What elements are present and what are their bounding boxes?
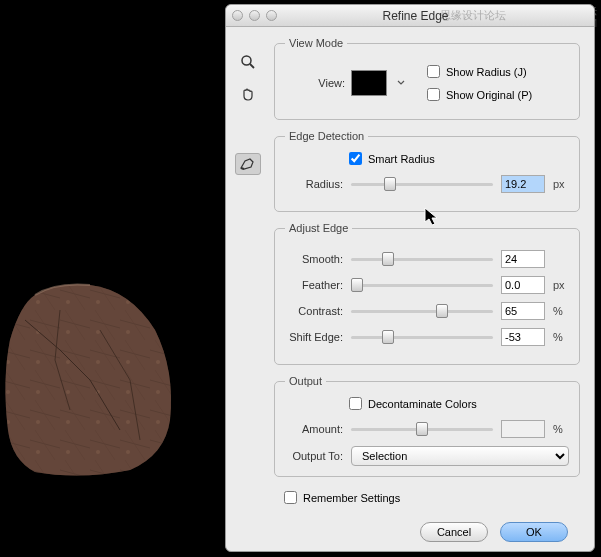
shift-edge-unit: %: [553, 331, 569, 343]
output-group: Output Decontaminate Colors Amount: % Ou…: [274, 375, 580, 477]
feather-unit: px: [553, 279, 569, 291]
dialog-title: Refine Edge: [237, 9, 594, 23]
view-mode-legend: View Mode: [285, 37, 347, 49]
adjust-edge-legend: Adjust Edge: [285, 222, 352, 234]
remember-settings-checkbox[interactable]: [284, 491, 297, 504]
tool-column: [226, 27, 270, 551]
svg-point-4: [242, 56, 251, 65]
view-mode-thumbnail[interactable]: [351, 70, 387, 96]
smart-radius-checkbox[interactable]: [349, 152, 362, 165]
amount-input: [501, 420, 545, 438]
show-original-label: Show Original (P): [446, 89, 532, 101]
contrast-unit: %: [553, 305, 569, 317]
edge-detection-legend: Edge Detection: [285, 130, 368, 142]
view-mode-dropdown-arrow[interactable]: [395, 78, 407, 88]
feather-slider[interactable]: [351, 284, 493, 287]
shift-edge-input[interactable]: [501, 328, 545, 346]
radius-label: Radius:: [285, 178, 343, 190]
watermark-cn: 思缘设计论坛: [440, 8, 506, 23]
remember-settings-label: Remember Settings: [303, 492, 400, 504]
smooth-label: Smooth:: [285, 253, 343, 265]
zoom-tool[interactable]: [235, 51, 261, 73]
shift-edge-label: Shift Edge:: [285, 331, 343, 343]
adjust-edge-group: Adjust Edge Smooth: Feather: px Contrast…: [274, 222, 580, 365]
contrast-label: Contrast:: [285, 305, 343, 317]
contrast-input[interactable]: [501, 302, 545, 320]
view-label: View:: [285, 77, 345, 89]
ok-button[interactable]: OK: [500, 522, 568, 542]
feather-label: Feather:: [285, 279, 343, 291]
rock-layer: [0, 280, 180, 480]
show-radius-checkbox[interactable]: [427, 65, 440, 78]
show-original-checkbox[interactable]: [427, 88, 440, 101]
output-legend: Output: [285, 375, 326, 387]
radius-slider[interactable]: [351, 183, 493, 186]
titlebar: Refine Edge: [226, 5, 594, 27]
radius-input[interactable]: [501, 175, 545, 193]
refine-radius-tool[interactable]: [235, 153, 261, 175]
shift-edge-slider[interactable]: [351, 336, 493, 339]
smooth-input[interactable]: [501, 250, 545, 268]
smart-radius-label: Smart Radius: [368, 153, 435, 165]
cancel-button[interactable]: Cancel: [420, 522, 488, 542]
radius-unit: px: [553, 178, 569, 190]
decontaminate-checkbox[interactable]: [349, 397, 362, 410]
output-to-select[interactable]: Selection: [351, 446, 569, 466]
show-radius-label: Show Radius (J): [446, 66, 527, 78]
amount-unit: %: [553, 423, 569, 435]
output-to-label: Output To:: [285, 450, 343, 462]
amount-label: Amount:: [285, 423, 343, 435]
view-mode-group: View Mode View: Show Radius (J): [274, 37, 580, 120]
edge-detection-group: Edge Detection Smart Radius Radius: px: [274, 130, 580, 212]
svg-line-5: [250, 64, 254, 68]
smooth-slider[interactable]: [351, 258, 493, 261]
refine-edge-dialog: Refine Edge View Mode View:: [225, 4, 595, 552]
amount-slider: [351, 428, 493, 431]
contrast-slider[interactable]: [351, 310, 493, 313]
hand-tool[interactable]: [235, 83, 261, 105]
decontaminate-label: Decontaminate Colors: [368, 398, 477, 410]
feather-input[interactable]: [501, 276, 545, 294]
